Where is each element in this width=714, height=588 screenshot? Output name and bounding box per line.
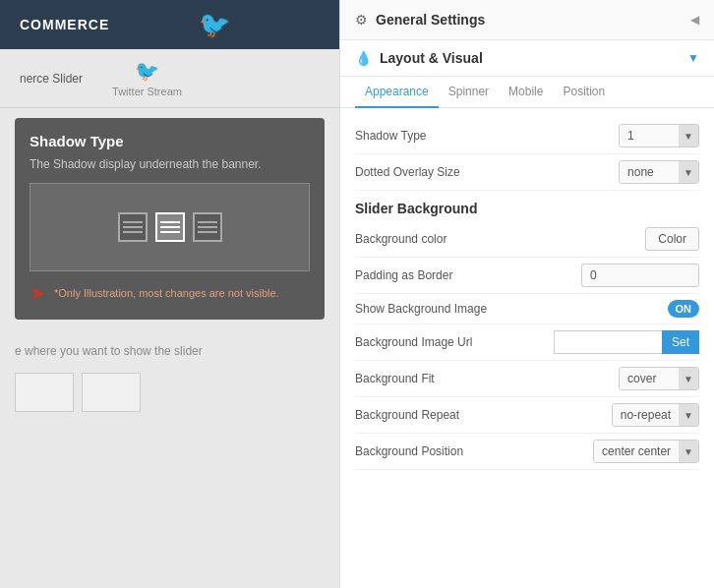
bg-fit-value: cover — [620, 368, 679, 389]
layout-chevron-down: ▼ — [687, 51, 699, 65]
widget-desc: The Shadow display underneath the banner… — [30, 157, 310, 171]
twitter-nav-label[interactable]: Twitter Stream — [112, 86, 182, 97]
bg-repeat-label: Background Repeat — [355, 408, 612, 422]
bg-repeat-value: no-repeat — [613, 404, 679, 426]
arrow-right-icon: ➤ — [30, 281, 46, 305]
general-settings-title: General Settings — [376, 12, 485, 28]
bg-url-label: Background Image Url — [355, 335, 554, 349]
note-text: *Only Illustration, most changes are not… — [54, 287, 279, 299]
dotted-overlay-arrow[interactable]: ▼ — [679, 161, 698, 183]
bg-url-input[interactable] — [554, 330, 662, 354]
show-bg-row: Show Background Image ON — [355, 294, 699, 324]
bg-repeat-arrow[interactable]: ▼ — [679, 404, 698, 426]
toggle-on[interactable]: ON — [668, 300, 700, 318]
twitter-nav-icon: 🐦 — [135, 59, 159, 83]
color-button[interactable]: Color — [645, 227, 699, 251]
shadow-type-label: Shadow Type — [355, 129, 619, 143]
tab-appearance[interactable]: Appearance — [355, 77, 439, 108]
bg-repeat-select[interactable]: no-repeat ▼ — [612, 403, 699, 427]
bg-fit-label: Background Fit — [355, 372, 619, 385]
general-settings-chevron: ◀ — [690, 13, 699, 27]
bg-position-row: Background Position center center ▼ — [355, 434, 699, 470]
shadow-icon-left — [118, 212, 148, 242]
tab-position[interactable]: Position — [553, 77, 615, 108]
illustration-note: ➤ *Only Illustration, most changes are n… — [30, 281, 310, 305]
nav-item-slider[interactable]: nerce Slider — [20, 72, 83, 86]
padding-input[interactable] — [581, 264, 699, 287]
right-panel: ⚙ General Settings ◀ 💧 Layout & Visual ▼… — [339, 0, 714, 588]
drop-icon: 💧 — [355, 50, 372, 66]
twitter-bird-icon: 🐦 — [199, 10, 230, 40]
brand-label: COMMERCE — [20, 17, 109, 32]
set-button[interactable]: Set — [662, 330, 699, 354]
shadow-icon-center — [155, 212, 185, 242]
top-bar: COMMERCE 🐦 — [0, 0, 339, 49]
bg-fit-row: Background Fit cover ▼ — [355, 361, 699, 397]
bg-url-row: Background Image Url Set — [355, 324, 699, 361]
bottom-text: e where you want to show the slider — [0, 329, 339, 373]
bg-color-label: Background color — [355, 232, 645, 246]
bottom-widget-2 — [82, 373, 141, 412]
dotted-overlay-value: none — [620, 161, 679, 183]
bottom-widget-1 — [15, 373, 74, 412]
general-settings-section: ⚙ General Settings ◀ — [340, 0, 714, 40]
widget-preview: Shadow Type The Shadow display underneat… — [15, 118, 325, 320]
bg-position-label: Background Position — [355, 444, 593, 458]
bg-fit-select[interactable]: cover ▼ — [619, 367, 699, 390]
bottom-widgets — [0, 373, 339, 412]
tab-spinner[interactable]: Spinner — [439, 77, 499, 108]
shadow-type-value: 1 — [620, 125, 679, 147]
nav-row: nerce Slider 🐦 Twitter Stream — [0, 49, 339, 108]
left-panel: COMMERCE 🐦 nerce Slider 🐦 Twitter Stream… — [0, 0, 339, 588]
bg-url-wrapper: Set — [554, 330, 699, 354]
show-bg-label: Show Background Image — [355, 302, 668, 316]
shadow-type-arrow[interactable]: ▼ — [679, 125, 698, 147]
bg-position-arrow[interactable]: ▼ — [679, 441, 698, 462]
bg-position-select[interactable]: center center ▼ — [593, 440, 699, 463]
padding-label: Padding as Border — [355, 268, 581, 282]
shadow-icon-right — [193, 212, 222, 242]
shadow-type-row: Shadow Type 1 ▼ — [355, 118, 699, 154]
layout-visual-section: 💧 Layout & Visual ▼ — [340, 40, 714, 77]
tab-mobile[interactable]: Mobile — [499, 77, 553, 108]
bg-color-row: Background color Color — [355, 221, 699, 258]
padding-row: Padding as Border — [355, 258, 699, 294]
bg-repeat-row: Background Repeat no-repeat ▼ — [355, 397, 699, 434]
slider-background-title: Slider Background — [355, 191, 699, 221]
shadow-type-select[interactable]: 1 ▼ — [619, 124, 699, 147]
tabs-bar: Appearance Spinner Mobile Position — [340, 77, 714, 108]
layout-visual-title: Layout & Visual — [380, 50, 483, 66]
shadow-preview-box — [30, 183, 310, 271]
dotted-overlay-select[interactable]: none ▼ — [619, 160, 699, 184]
widget-title: Shadow Type — [30, 133, 310, 149]
bg-position-value: center center — [594, 441, 679, 462]
gear-icon: ⚙ — [355, 12, 368, 28]
dotted-overlay-label: Dotted Overlay Size — [355, 165, 619, 179]
bg-fit-arrow[interactable]: ▼ — [679, 368, 698, 389]
dotted-overlay-row: Dotted Overlay Size none ▼ — [355, 154, 699, 191]
settings-content: Shadow Type 1 ▼ Dotted Overlay Size none… — [340, 108, 714, 480]
